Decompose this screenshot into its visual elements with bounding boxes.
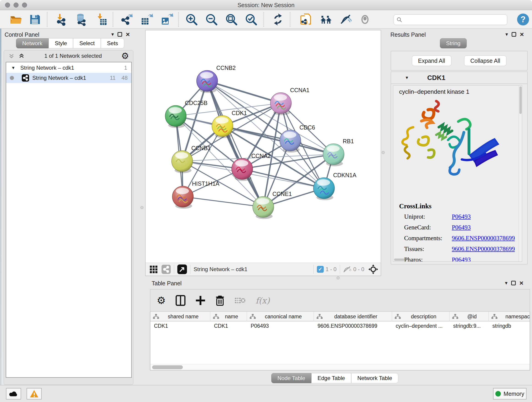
tab-node-table[interactable]: Node Table bbox=[271, 373, 311, 383]
network-node-CDKN1A[interactable]: CDKN1A bbox=[313, 172, 356, 200]
network-row[interactable]: String Network – cdk1 11 48 bbox=[6, 73, 131, 83]
column-header-@id[interactable]: @id bbox=[450, 312, 489, 321]
network-collection-row[interactable]: ▼ String Network – cdk1 1 bbox=[6, 63, 131, 73]
entry-expander-icon[interactable]: ▼ bbox=[405, 75, 409, 80]
network-node-CCNA1[interactable]: CCNA1 bbox=[270, 87, 310, 115]
import-database-icon[interactable] bbox=[75, 13, 87, 26]
crosslink-link[interactable]: 9606.ENSP00000378699 bbox=[452, 245, 515, 253]
hide-selected-icon[interactable] bbox=[339, 13, 352, 26]
panel-float-icon[interactable] bbox=[511, 281, 516, 285]
crosslink-link[interactable]: 9606.ENSP00000378699 bbox=[452, 235, 515, 242]
export-network-icon[interactable] bbox=[120, 13, 133, 26]
panel-collapse-icon[interactable]: ▾ bbox=[111, 32, 114, 37]
table-settings-gear-icon[interactable]: ⚙ bbox=[157, 296, 166, 305]
zoom-out-icon[interactable] bbox=[205, 13, 218, 26]
network-node-CCNE1[interactable]: CCNE1 bbox=[253, 191, 292, 219]
export-image-icon[interactable] bbox=[160, 13, 173, 26]
column-header-namespace[interactable]: namespace bbox=[489, 312, 530, 321]
results-entry-header[interactable]: ▼ CDK1 bbox=[391, 72, 527, 84]
show-columns-icon[interactable] bbox=[175, 295, 186, 306]
table-cell[interactable]: stringdb bbox=[489, 321, 530, 331]
panel-close-icon[interactable]: × bbox=[520, 32, 524, 37]
panel-collapse-icon[interactable]: ▾ bbox=[505, 32, 508, 37]
column-header-description[interactable]: description bbox=[392, 312, 450, 321]
refresh-layout-icon[interactable] bbox=[272, 13, 284, 26]
tab-style[interactable]: Style bbox=[49, 38, 73, 48]
table-cell[interactable]: CDK1 bbox=[150, 321, 210, 331]
network-node-CCNB2[interactable]: CCNB2 bbox=[196, 65, 236, 93]
tab-select[interactable]: Select bbox=[73, 38, 101, 48]
panel-collapse-icon[interactable]: ▾ bbox=[505, 280, 507, 286]
expand-all-button[interactable]: Expand All bbox=[412, 56, 451, 66]
tab-network[interactable]: Network bbox=[16, 38, 49, 48]
column-header-canonical-name[interactable]: canonical name bbox=[247, 312, 314, 321]
network-edge-CCNB2-CCNA1[interactable] bbox=[207, 81, 281, 103]
clone-network-icon[interactable] bbox=[299, 13, 312, 26]
results-vertical-scrollbar[interactable] bbox=[519, 85, 522, 262]
zoom-fit-icon[interactable] bbox=[225, 13, 238, 26]
table-cell[interactable]: stringdb:9... bbox=[450, 321, 489, 331]
tab-string[interactable]: String bbox=[440, 38, 467, 48]
left-splitter-handle[interactable] bbox=[140, 206, 143, 209]
network-node-RB1[interactable]: RB1 bbox=[323, 138, 354, 166]
panel-float-icon[interactable] bbox=[118, 32, 122, 37]
network-edge-CCNA2-CDKN1A[interactable] bbox=[242, 169, 324, 188]
export-table-icon[interactable] bbox=[140, 13, 153, 26]
crosslink-link[interactable]: P06493 bbox=[452, 224, 471, 231]
collection-expander-icon[interactable]: ▼ bbox=[11, 65, 15, 70]
table-cell[interactable]: P06493 bbox=[247, 321, 314, 331]
network-node-CDK1[interactable]: CDK1 bbox=[212, 110, 247, 138]
warnings-button[interactable] bbox=[27, 388, 42, 400]
save-session-icon[interactable] bbox=[28, 13, 41, 26]
bottom-splitter-handle[interactable] bbox=[336, 276, 340, 279]
network-edge-CCNB2-CCNE1[interactable] bbox=[207, 81, 263, 207]
first-neighbors-icon[interactable] bbox=[320, 13, 332, 26]
network-edge-CDK1-RB1[interactable] bbox=[222, 126, 334, 154]
network-share-view-icon[interactable] bbox=[162, 265, 171, 274]
column-header-database-identifier[interactable]: database identifier bbox=[314, 312, 392, 321]
fit-content-crosshair-icon[interactable] bbox=[368, 264, 379, 274]
panel-close-icon[interactable]: × bbox=[519, 281, 524, 285]
panel-close-icon[interactable]: × bbox=[126, 32, 130, 37]
birds-eye-view-icon[interactable] bbox=[177, 264, 187, 274]
network-options-gear-icon[interactable]: ⚙ bbox=[121, 51, 129, 60]
import-table-icon[interactable] bbox=[95, 13, 108, 26]
help-icon[interactable]: ? bbox=[517, 13, 530, 26]
results-horizontal-scrollbar[interactable] bbox=[394, 259, 405, 261]
tab-network-table[interactable]: Network Table bbox=[351, 373, 399, 383]
column-header-shared-name[interactable]: shared name bbox=[150, 312, 210, 321]
import-network-icon[interactable] bbox=[55, 13, 68, 26]
open-session-icon[interactable] bbox=[9, 13, 22, 26]
tab-sets[interactable]: Sets bbox=[101, 38, 124, 48]
network-canvas[interactable]: CCNB2CCNA1CDC25BCDK1CDC6RB1CCNB1CCNA2CDK… bbox=[146, 30, 381, 263]
zoom-selected-icon[interactable] bbox=[245, 13, 258, 26]
collapse-all-icon[interactable] bbox=[8, 52, 15, 59]
column-header-name[interactable]: name bbox=[210, 312, 247, 321]
network-node-CCNB1[interactable]: CCNB1 bbox=[172, 145, 211, 173]
collection-label: String Network – cdk1 bbox=[20, 65, 74, 71]
table-cell[interactable]: 9606.ENSP00000378699 bbox=[314, 321, 392, 331]
expand-all-icon[interactable] bbox=[18, 52, 25, 59]
delete-column-trash-icon[interactable] bbox=[215, 295, 225, 306]
node-table: shared namenamecanonical namedatabase id… bbox=[150, 312, 530, 370]
grid-view-icon[interactable] bbox=[149, 265, 158, 274]
memory-button[interactable]: Memory bbox=[493, 388, 526, 400]
network-node-HIST1H1A[interactable]: HIST1H1A bbox=[172, 180, 220, 209]
network-edge-HIST1H1A-CCNE1[interactable] bbox=[183, 197, 263, 207]
right-splitter-handle[interactable] bbox=[382, 151, 385, 154]
create-column-plus-icon[interactable] bbox=[196, 295, 206, 306]
crosslink-link[interactable]: P06493 bbox=[452, 256, 471, 262]
table-cell[interactable]: CDK1 bbox=[210, 321, 247, 331]
table-cell[interactable]: cyclin–dependent ... bbox=[392, 321, 450, 331]
table-horizontal-scrollbar[interactable] bbox=[150, 364, 530, 370]
tab-edge-table[interactable]: Edge Table bbox=[311, 373, 351, 383]
show-all-icon[interactable] bbox=[359, 13, 371, 26]
panel-float-icon[interactable] bbox=[512, 32, 516, 37]
cloud-button[interactable] bbox=[6, 388, 21, 400]
zoom-in-icon[interactable] bbox=[185, 13, 198, 26]
search-input[interactable] bbox=[404, 16, 505, 24]
crosslink-link[interactable]: P06493 bbox=[452, 213, 471, 220]
collapse-all-button[interactable]: Collapse All bbox=[464, 56, 507, 66]
table-row[interactable]: CDK1CDK1P064939606.ENSP00000378699cyclin… bbox=[150, 321, 530, 331]
selected-checkbox-icon[interactable]: ✓ bbox=[317, 266, 324, 273]
